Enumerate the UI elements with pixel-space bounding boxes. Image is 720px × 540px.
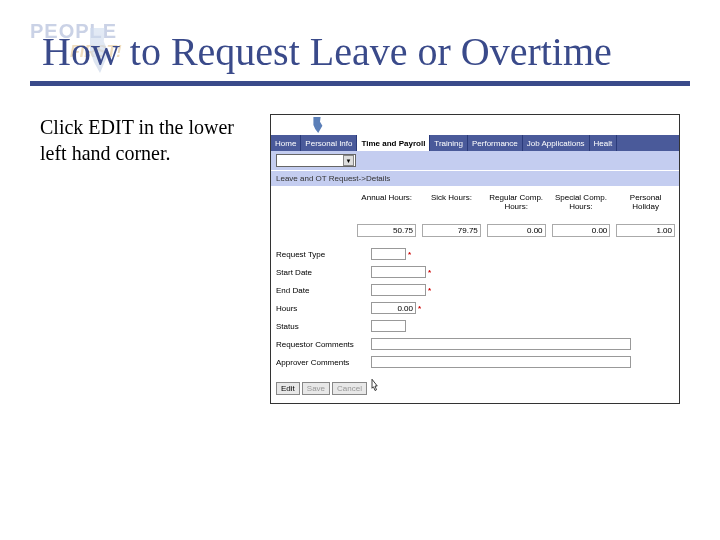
request-type-input[interactable] bbox=[371, 248, 406, 260]
florida-icon bbox=[311, 117, 323, 133]
balance-personal-holiday: Personal Holiday 1.00 bbox=[616, 194, 675, 237]
breadcrumb: Leave and OT Request->Details bbox=[271, 170, 679, 186]
app-screenshot: Home Personal Info Time and Payroll Trai… bbox=[270, 114, 680, 404]
balance-value: 50.75 bbox=[357, 224, 416, 237]
balance-label: Personal Holiday bbox=[616, 194, 675, 220]
end-date-input[interactable] bbox=[371, 284, 426, 296]
tab-health[interactable]: Healt bbox=[590, 135, 618, 151]
pointer-cursor-icon bbox=[367, 377, 383, 395]
start-date-label: Start Date bbox=[276, 268, 371, 277]
balance-value: 79.75 bbox=[422, 224, 481, 237]
balance-value: 0.00 bbox=[487, 224, 546, 237]
form-buttons: Edit Save Cancel bbox=[271, 377, 679, 403]
instruction-text: Click EDIT in the lower left hand corner… bbox=[40, 114, 240, 404]
status-input bbox=[371, 320, 406, 332]
request-type-label: Request Type bbox=[276, 250, 371, 259]
required-icon: * bbox=[428, 268, 431, 277]
tab-training[interactable]: Training bbox=[430, 135, 468, 151]
balance-sick: Sick Hours: 79.75 bbox=[422, 194, 481, 237]
slide-title: How to Request Leave or Overtime bbox=[0, 0, 720, 81]
request-form: Request Type * Start Date * End Date * H… bbox=[271, 239, 679, 377]
approver-comments-label: Approver Comments bbox=[276, 358, 371, 367]
requestor-comments-input[interactable] bbox=[371, 338, 631, 350]
balance-regular-comp: Regular Comp. Hours: 0.00 bbox=[487, 194, 546, 237]
approver-comments-input[interactable] bbox=[371, 356, 631, 368]
tab-performance[interactable]: Performance bbox=[468, 135, 523, 151]
sub-toolbar: ▼ bbox=[271, 151, 679, 170]
leave-balances: Annual Hours: 50.75 Sick Hours: 79.75 Re… bbox=[271, 186, 679, 239]
tab-personal-info[interactable]: Personal Info bbox=[301, 135, 357, 151]
balance-label: Sick Hours: bbox=[422, 194, 481, 220]
balance-special-comp: Special Comp. Hours: 0.00 bbox=[552, 194, 611, 237]
required-icon: * bbox=[408, 250, 411, 259]
start-date-input[interactable] bbox=[371, 266, 426, 278]
status-label: Status bbox=[276, 322, 371, 331]
nav-tabs: Home Personal Info Time and Payroll Trai… bbox=[271, 135, 679, 151]
required-icon: * bbox=[428, 286, 431, 295]
required-icon: * bbox=[418, 304, 421, 313]
balance-col-spacer bbox=[275, 194, 351, 237]
save-button[interactable]: Save bbox=[302, 382, 330, 395]
tab-home[interactable]: Home bbox=[271, 135, 301, 151]
hours-input[interactable]: 0.00 bbox=[371, 302, 416, 314]
balance-value: 1.00 bbox=[616, 224, 675, 237]
tab-time-payroll[interactable]: Time and Payroll bbox=[357, 135, 430, 151]
requestor-comments-label: Requestor Comments bbox=[276, 340, 371, 349]
edit-button[interactable]: Edit bbox=[276, 382, 300, 395]
balance-annual: Annual Hours: 50.75 bbox=[357, 194, 416, 237]
end-date-label: End Date bbox=[276, 286, 371, 295]
cancel-button[interactable]: Cancel bbox=[332, 382, 367, 395]
balance-label: Annual Hours: bbox=[357, 194, 416, 220]
tab-job-applications[interactable]: Job Applications bbox=[523, 135, 590, 151]
chevron-down-icon: ▼ bbox=[343, 155, 354, 166]
balance-label: Regular Comp. Hours: bbox=[487, 194, 546, 220]
hours-label: Hours bbox=[276, 304, 371, 313]
balance-value: 0.00 bbox=[552, 224, 611, 237]
ss-header bbox=[271, 115, 679, 135]
context-dropdown[interactable]: ▼ bbox=[276, 154, 356, 167]
balance-label: Special Comp. Hours: bbox=[552, 194, 611, 220]
